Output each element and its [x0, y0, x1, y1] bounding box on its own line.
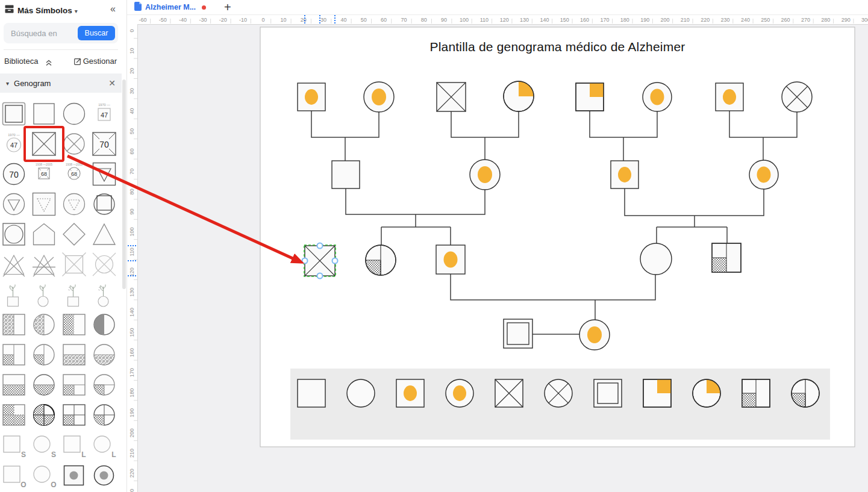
legend-symbol-circle-dot[interactable]: [446, 379, 473, 407]
selection-handle[interactable]: [317, 273, 323, 279]
symbol-diamond[interactable]: [59, 219, 89, 249]
genogram-node-circle-dot[interactable]: [749, 160, 778, 189]
genogram-node-square-dot[interactable]: [298, 83, 325, 111]
horizontal-ruler[interactable]: [126, 14, 868, 25]
svg-text:S: S: [21, 450, 26, 459]
symbol-square-half-hatched[interactable]: [0, 310, 29, 340]
genogram-node-square[interactable]: [332, 161, 360, 188]
symbol-circle-bottom-hatched[interactable]: [89, 340, 119, 370]
section-header-genogram[interactable]: ▾ Genogram ✕: [0, 73, 122, 93]
symbol-square-L[interactable]: L: [59, 430, 89, 460]
genogram-node-square-q-orange[interactable]: [576, 83, 604, 111]
symbol-square-O[interactable]: O: [0, 460, 29, 490]
selection-handle[interactable]: [333, 258, 338, 264]
symbol-crossed-triangle-line[interactable]: [29, 249, 59, 279]
symbol-circle-age-47[interactable]: 1970 —47: [0, 129, 29, 159]
symbol-circle-bottom-filled[interactable]: [29, 370, 59, 400]
symbol-circle-quarter-left-filled[interactable]: [29, 340, 59, 370]
symbol-circle-age-70[interactable]: 70: [0, 159, 29, 189]
symbol-circle-L[interactable]: L: [89, 430, 119, 460]
genogram-node-circle-dot[interactable]: [364, 82, 394, 112]
symbol-circle-inv-triangle-dotted[interactable]: [59, 189, 89, 219]
genogram-node-circle-dot[interactable]: [470, 160, 500, 190]
symbol-square-bottom-hatched[interactable]: [59, 340, 89, 370]
symbol-square-quarter-left-filled[interactable]: [0, 340, 29, 370]
genogram-node-x-circle[interactable]: [782, 82, 812, 112]
vertical-ruler[interactable]: [126, 24, 138, 492]
legend-symbol-square[interactable]: [298, 379, 325, 407]
new-tab-button[interactable]: +: [220, 1, 235, 13]
legend-symbol-square-q-orange[interactable]: [643, 379, 671, 407]
sidebar-title[interactable]: Más Símbolos: [17, 6, 72, 15]
symbol-square-inv-triangle-dotted[interactable]: [29, 189, 59, 219]
symbol-square-inscribed-circle[interactable]: [0, 219, 29, 249]
genogram-node-circle-dot[interactable]: [643, 83, 672, 111]
symbol-deceased-square-68[interactable]: 1938 —200568: [29, 159, 59, 189]
symbol-deceased-circle[interactable]: [59, 129, 89, 159]
symbol-miscarriage-circle-2[interactable]: [89, 279, 119, 310]
selection-handle[interactable]: [317, 243, 323, 249]
sidebar-scrollbar[interactable]: [122, 79, 126, 289]
legend-symbol-circle[interactable]: [347, 379, 375, 407]
genogram-node-circle-q-hatch[interactable]: [366, 245, 396, 275]
genogram-node-circle-q-orange[interactable]: [504, 81, 534, 111]
symbol-square-inv-triangle[interactable]: [89, 159, 119, 189]
symbol-circle-three-quarter-filled[interactable]: [29, 400, 59, 430]
genogram-node-square-dot[interactable]: [611, 161, 639, 188]
symbol-deceased-square[interactable]: [29, 129, 59, 159]
genogram-node-square-dot[interactable]: [716, 83, 743, 111]
legend-symbol-x-circle[interactable]: [545, 379, 572, 407]
symbol-crossed-triangle[interactable]: [0, 249, 29, 279]
symbol-circle-O[interactable]: O: [29, 460, 59, 490]
symbol-double-square[interactable]: [0, 99, 29, 129]
symbol-square-bottom-filled[interactable]: [0, 370, 29, 400]
symbol-circle-quarter-filled[interactable]: [89, 370, 119, 400]
legend-symbol-circle-q-hatch[interactable]: [792, 379, 819, 407]
manage-library-button[interactable]: Gestionar: [74, 57, 117, 66]
symbol-crossed-circle-light[interactable]: [89, 249, 119, 279]
symbol-deceased-circle-68[interactable]: 1938 —200568: [59, 159, 89, 189]
symbol-triangle[interactable]: [89, 219, 119, 249]
symbol-circle-half-hatched[interactable]: [29, 310, 59, 340]
symbol-miscarriage-circle[interactable]: [29, 279, 59, 310]
legend-symbol-square-q-hatch[interactable]: [742, 379, 770, 407]
selection-handle[interactable]: [302, 258, 308, 264]
collapse-sidebar-icon[interactable]: «: [110, 4, 116, 14]
genogram-node-square-dot[interactable]: [436, 245, 465, 274]
search-button[interactable]: Buscar: [78, 26, 115, 40]
symbol-circle-gray-dot[interactable]: [89, 460, 119, 490]
legend-symbol-x-square[interactable]: [495, 379, 523, 407]
symbol-circle-quadrant-bl[interactable]: [89, 400, 119, 430]
symbol-square-gray-dot[interactable]: [59, 460, 89, 490]
legend-symbol-square-dot[interactable]: [396, 379, 424, 407]
search-input[interactable]: [10, 28, 80, 39]
genogram-node-square-q-hatch[interactable]: [712, 243, 741, 272]
symbol-square-three-quarter-filled[interactable]: [0, 400, 29, 430]
symbol-circle-inscribed-square[interactable]: [89, 189, 119, 219]
symbol-miscarriage-square[interactable]: [0, 279, 29, 310]
legend-symbol-dbl-square[interactable]: [594, 379, 622, 407]
selected-node-x-square[interactable]: [302, 243, 338, 279]
symbol-square-quadrant-bl[interactable]: [59, 400, 89, 430]
symbol-deceased-square-70[interactable]: 70: [89, 129, 119, 159]
symbol-circle-inv-triangle[interactable]: [0, 189, 29, 219]
genogram-node-x-square[interactable]: [437, 83, 466, 111]
genogram-node-dbl-square[interactable]: [504, 319, 532, 348]
symbol-crossed-square-light[interactable]: [59, 249, 89, 279]
symbol-square-quarter-filled[interactable]: [59, 370, 89, 400]
symbol-square-age-47[interactable]: 1970 —47: [89, 99, 119, 129]
close-icon[interactable]: ✕: [108, 78, 116, 88]
symbol-circle[interactable]: [59, 99, 89, 129]
collapse-all-icon[interactable]: [46, 58, 52, 69]
symbol-circle-half-filled[interactable]: [89, 310, 119, 340]
symbol-circle-S[interactable]: S: [29, 430, 59, 460]
legend-symbol-circle-q-orange[interactable]: [693, 379, 720, 407]
genogram-node-circle-dot[interactable]: [579, 320, 610, 350]
symbol-square-S[interactable]: S: [0, 430, 29, 460]
symbol-pentagon[interactable]: [29, 219, 59, 249]
genogram-node-circle[interactable]: [640, 243, 672, 275]
symbol-square[interactable]: [29, 99, 59, 129]
document-tab[interactable]: Alzheimer M...: [126, 0, 212, 14]
symbol-square-half-filled[interactable]: [59, 310, 89, 340]
symbol-miscarriage-square-2[interactable]: [59, 279, 89, 310]
